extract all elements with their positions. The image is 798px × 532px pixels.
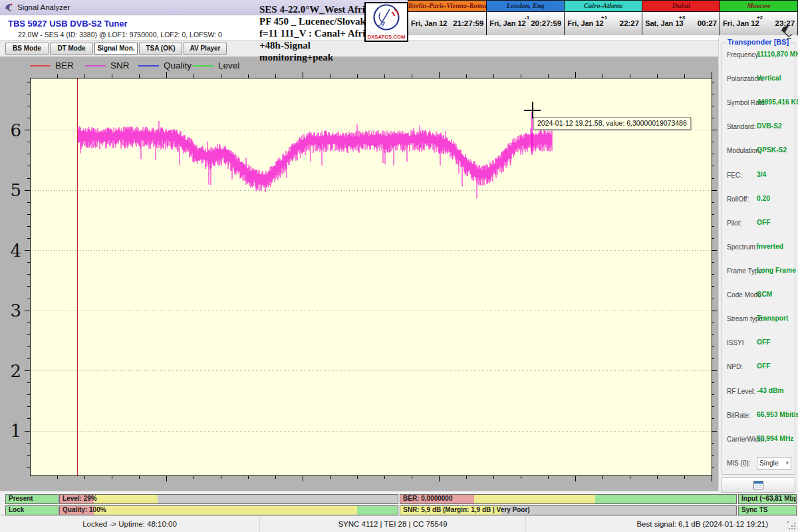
field-npd: NPD:OFF: [722, 363, 795, 372]
mission-line: +48h-Signal monitoring+peak: [259, 39, 386, 63]
field-stream-type: Stream type:Transport: [722, 315, 795, 325]
status-uptime: Locked -> Uptime: 48:10:00: [0, 516, 259, 532]
satellite-dish-icon: [779, 24, 794, 40]
transponder-groupbox: Transponder [BS] Frequency:11110,870 MHz…: [722, 43, 795, 475]
clock-city-label: Cairo-Athens: [565, 1, 642, 12]
field-issyi: ISSYIOFF: [722, 339, 795, 348]
clock-time: 00:27: [698, 19, 717, 27]
clock-body: Fri, Jan 12 -1 20:27:59: [487, 12, 564, 35]
clock-date: Fri, Jan 12: [489, 19, 525, 27]
logo-text: DXSATCS.COM: [366, 34, 407, 40]
chevron-down-icon: ▾: [785, 460, 789, 466]
satellite-dish-logo-icon: [366, 3, 406, 33]
clock-dubai: Dubai Sat, Jan 13 +3 00:27: [642, 0, 720, 35]
ber-progress-bar: BER: 0,0000000: [400, 494, 737, 504]
quality-progress-bar: Quality: 100%: [59, 505, 398, 515]
clock-utc-offset: -1: [525, 15, 529, 21]
field-code-mode: Code Mode:CCM: [722, 291, 795, 301]
tab-signal-mon[interactable]: Signal Mon.: [94, 43, 138, 55]
field-mis: MIS (0): Single ▾: [722, 460, 795, 469]
clock-city-label: Berlin-Paris-Vienna-Roma: [408, 1, 486, 12]
sync-ts-indicator: Sync TS: [738, 505, 797, 515]
field-rf-level: RF Level:-43 dBm: [722, 388, 795, 397]
snr-progress-bar: SNR: 5,9 dB (Margin: 1,9 dB | Very Poor): [400, 505, 737, 515]
chart-area: BER SNR Quality Level 123456 2024-01-12 …: [0, 57, 718, 492]
field-carrierwidth: CarrierWidth:53,994 MHz: [722, 436, 795, 445]
clock-berlin-paris-vienna-roma: Berlin-Paris-Vienna-Roma Fri, Jan 12 21:…: [408, 0, 487, 35]
tuner-details: 22.0W - SES 4 (ID: 3380) @ LOF1: 9750000…: [18, 31, 222, 39]
svg-text:2: 2: [10, 361, 21, 381]
clock-london: London, Eng Fri, Jan 12 -1 20:27:59: [487, 0, 565, 35]
svg-text:5: 5: [10, 180, 21, 200]
window-icon: [753, 481, 763, 489]
field-bitrate: BitRate:66,953 Mbit/s: [722, 412, 795, 421]
field-rolloff: RollOff:0.20: [722, 196, 795, 205]
clock-date: Sat, Jan 13: [645, 19, 683, 27]
clock-city-label: London, Eng: [487, 1, 564, 12]
svg-text:3: 3: [10, 301, 21, 321]
field-pilot: Pilot:OFF: [722, 219, 795, 229]
field-modulation: Modulation:QPSK-S2: [722, 147, 795, 156]
transponder-panel: Transponder [BS] Frequency:11110,870 MHz…: [718, 38, 798, 491]
clock-cairo-athens: Cairo-Athens Fri, Jan 12 +1 22:27: [565, 0, 642, 35]
indicator-bars: Present Level: 29% BER: 0,0000000 Input …: [0, 491, 798, 515]
status-sync-counters: SYNC 4112 | TEI 28 | CC 75549: [259, 516, 525, 532]
clock-city-label: Dubai: [642, 1, 720, 12]
clock-body: Fri, Jan 12 21:27:59: [408, 12, 486, 35]
input-indicator: Input (~63,81 Mbps): [738, 494, 797, 504]
tab-bs-mode[interactable]: BS Mode: [5, 43, 49, 55]
tuner-name: TBS 5927 USB DVB-S2 Tuner: [8, 19, 128, 29]
clock-body: Fri, Jan 12 +1 22:27: [565, 12, 642, 35]
mis-select[interactable]: Single ▾: [757, 457, 791, 469]
dxsatcs-logo-inner: DXSATCS.COM: [366, 3, 407, 41]
svg-text:1: 1: [10, 421, 21, 441]
clock-date: Fri, Jan 12: [567, 19, 603, 27]
clock-utc-offset: +3: [679, 15, 685, 21]
panel-action-button[interactable]: [721, 477, 795, 493]
dxsatcs-logo: DXSATCS.COM: [364, 2, 408, 42]
field-frequency: Frequency:11110,870 MHz: [722, 51, 795, 61]
window-title: Signal Analyzer: [17, 3, 70, 11]
field-spectrum: Spectrum:Inverted: [722, 243, 795, 253]
field-frame-type: Frame Type:Long Frame: [722, 267, 795, 277]
clock-date: Fri, Jan 12: [411, 19, 447, 27]
tab-av-player[interactable]: AV Player: [184, 43, 227, 55]
status-best-signal: Best signal: 6,1 dB (2024-01-12 19:21): [525, 516, 798, 532]
clock-time: 21:27:59: [453, 19, 483, 27]
tab-dt-mode[interactable]: DT Mode: [50, 43, 93, 55]
status-bar: Locked -> Uptime: 48:10:00 SYNC 4112 | T…: [0, 515, 798, 532]
svg-text:4: 4: [10, 241, 21, 261]
world-clocks: Berlin-Paris-Vienna-Roma Fri, Jan 12 21:…: [408, 0, 798, 35]
field-polarization: Polarization:Vertical: [722, 75, 795, 84]
field-fec: FEC:3/4: [722, 172, 795, 181]
lock-indicator: Lock: [5, 505, 59, 515]
clock-time: 22:27: [620, 19, 639, 27]
svg-text:6: 6: [10, 120, 21, 140]
clock-time: 20:27:59: [531, 19, 561, 27]
resize-grip[interactable]: [787, 521, 796, 530]
crosshair-cursor: [524, 102, 541, 118]
clock-date: Fri, Jan 12: [723, 19, 759, 27]
signal-analyzer-window: Signal Analyzer TBS 5927 USB DVB-S2 Tune…: [0, 0, 798, 532]
clock-city-label: Moscow: [720, 1, 797, 12]
level-progress-bar: Level: 29%: [59, 494, 398, 504]
tab-tsa[interactable]: TSA (OK): [139, 43, 182, 55]
clock-utc-offset: +2: [757, 15, 763, 21]
field-symbol-rate: Symbol Rate:44995,416 KS/s: [722, 99, 795, 108]
clock-utc-offset: +1: [601, 15, 607, 21]
transponder-fields: Frequency:11110,870 MHz Polarization:Ver…: [722, 51, 795, 469]
clock-body: Sat, Jan 13 +3 00:27: [642, 12, 720, 35]
field-standard: Standard:DVB-S2: [722, 123, 795, 132]
app-icon: [4, 3, 13, 12]
present-indicator: Present: [5, 494, 59, 504]
data-tooltip: 2024-01-12 19.21.58, value: 6,3000001907…: [533, 117, 691, 130]
